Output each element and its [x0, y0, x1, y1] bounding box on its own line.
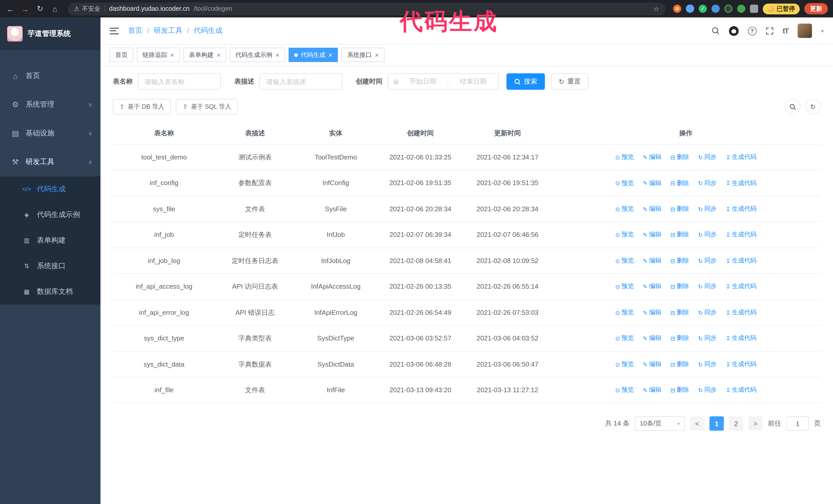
site-security-warning[interactable]: ⚠ 不安全 [74, 4, 100, 13]
extension-icon-3[interactable] [699, 5, 707, 13]
sync-link[interactable]: ↻同步 [698, 256, 716, 266]
generate-code-link[interactable]: ↧生成代码 [725, 204, 756, 214]
sidebar-item-devtools[interactable]: ⚒ 研发工具 ∧ [0, 148, 100, 176]
preview-link[interactable]: ⊙预览 [615, 333, 634, 343]
page-size-select[interactable]: 10条/页 ▾ [635, 416, 685, 431]
generate-code-link[interactable]: ↧生成代码 [725, 333, 756, 343]
sync-link[interactable]: ↻同步 [698, 333, 716, 343]
sidebar-item-codegen[interactable]: </> 代码生成 [0, 176, 100, 202]
preview-link[interactable]: ⊙预览 [615, 256, 634, 266]
home-icon[interactable]: ⌂ [50, 4, 60, 13]
edit-link[interactable]: ✎编辑 [643, 333, 661, 343]
sync-link[interactable]: ↻同步 [698, 152, 716, 163]
preview-link[interactable]: ⊙预览 [615, 204, 634, 214]
toggle-search-button[interactable] [785, 99, 800, 114]
sync-link[interactable]: ↻同步 [698, 178, 716, 188]
goto-page-input[interactable] [786, 416, 809, 431]
sidebar-item-home[interactable]: ⌂ 首页 [0, 62, 100, 90]
bookmark-star-icon[interactable]: ☆ [653, 5, 659, 13]
address-bar[interactable]: ⚠ 不安全 dashboard.yudao.iocoder.cn/tool/co… [68, 2, 665, 15]
edit-link[interactable]: ✎编辑 [643, 204, 661, 214]
date-range-picker[interactable]: ⊞ 开始日期 - 结束日期 [387, 73, 498, 90]
next-page-button[interactable]: > [748, 416, 763, 431]
delete-link[interactable]: ⊟删除 [670, 204, 689, 214]
preview-link[interactable]: ⊙预览 [615, 308, 634, 318]
app-logo[interactable]: 芋道管理系统 [0, 18, 100, 50]
fullscreen-icon[interactable] [766, 27, 774, 34]
close-icon[interactable]: × [375, 51, 379, 58]
delete-link[interactable]: ⊟删除 [670, 230, 689, 240]
delete-link[interactable]: ⊟删除 [670, 178, 689, 188]
generate-code-link[interactable]: ↧生成代码 [725, 178, 756, 188]
generate-code-link[interactable]: ↧生成代码 [725, 308, 756, 318]
sync-link[interactable]: ↻同步 [698, 385, 716, 395]
table-desc-input[interactable] [259, 73, 342, 90]
tab-trace[interactable]: 链路追踪 × [137, 48, 180, 62]
refresh-table-button[interactable]: ↻ [805, 99, 821, 114]
close-icon[interactable]: × [275, 51, 279, 58]
extension-icon-1[interactable] [673, 5, 681, 13]
search-button[interactable]: 搜索 [506, 73, 545, 90]
preview-link[interactable]: ⊙预览 [615, 282, 634, 292]
tab-codegen[interactable]: 代码生成 × [289, 48, 338, 62]
preview-link[interactable]: ⊙预览 [615, 230, 634, 240]
delete-link[interactable]: ⊟删除 [670, 359, 689, 369]
search-icon[interactable] [712, 27, 720, 35]
edit-link[interactable]: ✎编辑 [643, 308, 661, 318]
tab-form-builder[interactable]: 表单构建 × [183, 48, 226, 62]
import-db-button[interactable]: ⇧ 基于 DB 导入 [113, 99, 171, 114]
edit-link[interactable]: ✎编辑 [643, 282, 661, 292]
delete-link[interactable]: ⊟删除 [670, 333, 689, 343]
generate-code-link[interactable]: ↧生成代码 [725, 385, 756, 395]
reset-button[interactable]: ↻ 重置 [551, 73, 589, 90]
sidebar-item-system-api[interactable]: ⇅ 系统接口 [0, 253, 100, 279]
sidebar-item-codegen-example[interactable]: ◈ 代码生成示例 [0, 202, 100, 227]
reload-icon[interactable]: ↻ [35, 4, 45, 13]
generate-code-link[interactable]: ↧生成代码 [725, 256, 756, 266]
extension-icon-2[interactable] [686, 5, 694, 13]
delete-link[interactable]: ⊟删除 [670, 152, 689, 163]
sync-link[interactable]: ↻同步 [698, 308, 716, 318]
back-icon[interactable]: ← [5, 4, 15, 13]
tab-system-api[interactable]: 系统接口 × [342, 48, 384, 62]
generate-code-link[interactable]: ↧生成代码 [725, 230, 756, 240]
generate-code-link[interactable]: ↧生成代码 [725, 282, 756, 292]
close-icon[interactable]: × [217, 51, 220, 58]
sidebar-item-system[interactable]: ⚙ 系统管理 ∨ [0, 90, 100, 119]
edit-link[interactable]: ✎编辑 [643, 256, 661, 266]
extension-icon-7[interactable] [750, 5, 758, 13]
extension-icon-6[interactable] [737, 5, 745, 13]
sidebar-item-db-docs[interactable]: ▦ 数据库文档 [0, 279, 100, 305]
font-size-icon[interactable]: tT [783, 27, 788, 35]
sidebar-item-form-builder[interactable]: ▥ 表单构建 [0, 227, 100, 253]
preview-link[interactable]: ⊙预览 [615, 152, 634, 163]
sidebar-item-infra[interactable]: ▤ 基础设施 ∨ [0, 119, 100, 148]
edit-link[interactable]: ✎编辑 [643, 359, 661, 369]
table-name-input[interactable] [138, 73, 221, 90]
close-icon[interactable]: × [329, 51, 332, 58]
page-button-2[interactable]: 2 [729, 416, 743, 431]
breadcrumb-home[interactable]: 首页 [128, 26, 143, 35]
sync-link[interactable]: ↻同步 [698, 359, 716, 369]
generate-code-link[interactable]: ↧生成代码 [725, 152, 756, 163]
preview-link[interactable]: ⊙预览 [615, 359, 634, 369]
sync-link[interactable]: ↻同步 [698, 282, 716, 292]
page-button-1[interactable]: 1 [710, 416, 724, 431]
edit-link[interactable]: ✎编辑 [643, 385, 661, 395]
generate-code-link[interactable]: ↧生成代码 [725, 359, 756, 369]
import-sql-button[interactable]: ⇧ 基于 SQL 导入 [176, 99, 238, 114]
preview-link[interactable]: ⊙预览 [615, 385, 634, 395]
github-icon[interactable] [729, 26, 739, 35]
collapse-menu-icon[interactable] [110, 27, 119, 34]
forward-icon[interactable]: → [20, 4, 30, 13]
delete-link[interactable]: ⊟删除 [670, 282, 689, 292]
delete-link[interactable]: ⊟删除 [670, 256, 689, 266]
tab-home[interactable]: 首页 [110, 48, 133, 62]
preview-link[interactable]: ⊙预览 [615, 178, 634, 188]
help-icon[interactable]: ? [748, 26, 757, 35]
caret-down-icon[interactable]: ▾ [821, 28, 824, 33]
profile-paused-badge[interactable]: 已暂停 [763, 3, 800, 14]
breadcrumb-devtools[interactable]: 研发工具 [154, 26, 183, 35]
extension-icon-4[interactable] [712, 5, 720, 13]
browser-update-button[interactable]: 更新 [804, 3, 828, 14]
